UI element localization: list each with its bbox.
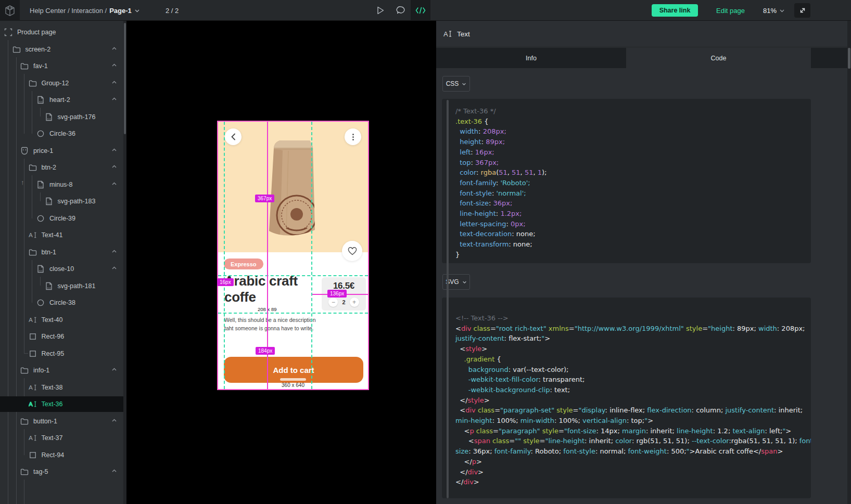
chevron-up-icon[interactable] <box>111 418 117 423</box>
layer-row-rect-95[interactable]: Rect-95 <box>0 346 123 361</box>
chevron-up-icon[interactable] <box>111 46 117 51</box>
svgfile-icon <box>36 96 45 104</box>
layer-row-close-10[interactable]: close-10 <box>0 261 123 277</box>
css-language-select[interactable]: CSS <box>442 76 470 92</box>
layer-row-rect-96[interactable]: Rect-96 <box>0 329 123 344</box>
layer-row-rect-94[interactable]: Rect-94 <box>0 447 123 463</box>
code-line: </style> <box>455 395 797 406</box>
chevron-up-icon[interactable] <box>111 367 117 372</box>
layer-row-minus-8[interactable]: minus-8 <box>0 177 123 192</box>
chevron-up-icon[interactable] <box>111 181 117 187</box>
breadcrumb-path: Help Center / Interaction / <box>30 7 107 15</box>
quantity-value: 2 <box>342 299 345 305</box>
layer-row-price-1[interactable]: price-1 <box>0 143 123 159</box>
chevron-up-icon[interactable] <box>111 265 117 271</box>
play-icon <box>376 6 385 15</box>
layer-label: Product page <box>17 29 56 36</box>
mask-icon <box>20 147 29 155</box>
svg-code-block[interactable]: <!-- Text-36 --><div class="root rich-te… <box>442 298 811 498</box>
share-link-button[interactable]: Share link <box>652 4 698 17</box>
chevron-up-icon[interactable] <box>111 80 117 85</box>
code-view-button[interactable] <box>411 0 430 21</box>
text-icon: A <box>29 434 37 442</box>
folder-icon <box>20 417 29 425</box>
panel-left-scrollbar-thumb[interactable] <box>447 100 449 498</box>
guide-line-right <box>311 122 312 389</box>
chevron-up-icon[interactable] <box>111 96 117 102</box>
css-code-block[interactable]: /* Text-36 */.text-36 { width: 208px; he… <box>442 99 811 263</box>
chevron-up-icon[interactable] <box>111 147 117 153</box>
guide-line-top <box>218 275 368 276</box>
play-button[interactable] <box>371 0 390 21</box>
layer-row-circle-39[interactable]: Circle-39 <box>0 211 123 226</box>
layer-row-text-40[interactable]: AText-40 <box>0 312 123 328</box>
rect-icon <box>29 332 37 341</box>
layer-row-group-12[interactable]: Group-12 <box>0 75 123 91</box>
decrease-quantity-button[interactable]: − <box>328 298 338 307</box>
favorite-button[interactable] <box>342 241 362 261</box>
breadcrumb-page[interactable]: Page-1 <box>109 7 132 15</box>
layer-label: Group-12 <box>42 80 69 87</box>
measure-badge-right: 136px <box>327 290 347 298</box>
layer-row-button-1[interactable]: button-1 <box>0 413 123 429</box>
app-logo[interactable] <box>0 0 20 21</box>
layer-row-fav-1[interactable]: fav-1 <box>0 58 123 74</box>
text-icon: A <box>29 231 37 239</box>
layer-row-product page[interactable]: Product page <box>0 24 123 40</box>
code-line: } <box>455 250 797 260</box>
code-line: <p class="paragraph" style="font-size: 1… <box>455 426 797 436</box>
edit-page-link[interactable]: Edit page <box>716 0 745 21</box>
code-line: text-decoration: none; <box>455 229 797 239</box>
folder-icon <box>29 248 37 256</box>
fullscreen-button[interactable] <box>794 3 810 18</box>
layer-row-circle-36[interactable]: Circle-36 <box>0 126 123 141</box>
tab-info[interactable]: Info <box>436 48 626 68</box>
layer-row-text-36[interactable]: AText-36 <box>0 396 123 412</box>
measure-badge-left: 16px <box>217 278 234 286</box>
layer-row-info-1[interactable]: info-1 <box>0 363 123 378</box>
layer-row-svg-path-176[interactable]: svg-path-176 <box>0 109 123 125</box>
breadcrumb[interactable]: Help Center / Interaction / Page-1 <box>30 0 140 21</box>
tab-code[interactable]: Code <box>626 48 811 68</box>
code-line: height: 89px; <box>455 137 797 147</box>
increase-quantity-button[interactable]: + <box>350 298 359 307</box>
chevron-up-icon[interactable] <box>111 164 117 170</box>
category-tag[interactable]: Expresso <box>224 259 263 269</box>
menu-button[interactable] <box>345 128 361 145</box>
panel-scrollbar[interactable] <box>847 21 851 504</box>
chevron-down-icon <box>462 82 466 86</box>
layer-row-screen-2[interactable]: screen-2 <box>0 42 123 57</box>
layer-row-btn-1[interactable]: btn-1 <box>0 244 123 260</box>
layer-label: Rect-94 <box>42 451 65 459</box>
layer-row-tag-5[interactable]: tag-5 <box>0 464 123 480</box>
back-button[interactable] <box>225 128 242 145</box>
layer-row-svg-path-181[interactable]: svg-path-181 <box>0 278 123 294</box>
panel-scrollbar-thumb[interactable] <box>848 48 850 69</box>
layer-row-btn-2[interactable]: btn-2 <box>0 160 123 175</box>
rect-icon <box>29 451 37 459</box>
layer-row-svg-path-183[interactable]: svg-path-183 <box>0 193 123 209</box>
layer-label: Text-38 <box>42 384 63 391</box>
phone-artboard[interactable]: Expresso Arabic craft coffe 208 x 89 16.… <box>217 121 369 390</box>
zoom-control[interactable]: 81% <box>763 0 785 21</box>
design-canvas[interactable]: Expresso Arabic craft coffe 208 x 89 16.… <box>126 21 436 504</box>
guide-line-left <box>224 122 225 389</box>
layer-row-circle-38[interactable]: Circle-38 <box>0 295 123 311</box>
layer-row-text-41[interactable]: AText-41 <box>0 227 123 243</box>
layer-label: btn-2 <box>42 164 57 171</box>
sidebar-scrollbar-thumb[interactable] <box>124 23 126 134</box>
kebab-menu-icon <box>352 134 354 140</box>
comment-button[interactable] <box>391 0 411 21</box>
chevron-up-icon[interactable] <box>111 249 117 254</box>
code-line: background: var(--text-color); <box>455 365 797 375</box>
layer-row-text-38[interactable]: AText-38 <box>0 380 123 395</box>
panel-tabs: Info Code <box>436 48 851 68</box>
code-line: font-size: 36px; <box>455 198 797 209</box>
layer-row-heart-2[interactable]: heart-2 <box>0 92 123 108</box>
layer-label: tag-5 <box>33 468 48 475</box>
code-line: line-height: 1.2px; <box>455 209 797 219</box>
chevron-up-icon[interactable] <box>111 62 117 68</box>
indent-guide <box>24 480 24 504</box>
layer-row-text-37[interactable]: AText-37 <box>0 430 123 446</box>
chevron-up-icon[interactable] <box>111 468 117 474</box>
